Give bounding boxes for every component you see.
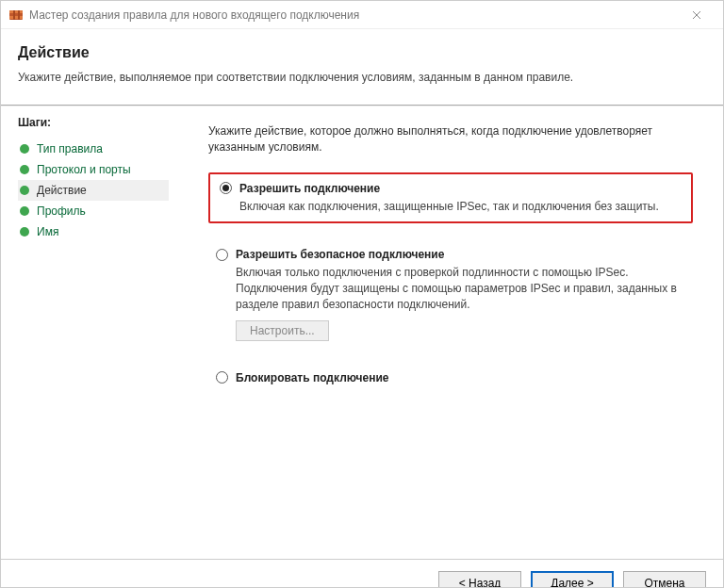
steps-sidebar: Шаги: Тип правила Протокол и порты Дейст… [1,106,182,559]
step-label: Профиль [37,204,86,218]
svg-rect-3 [13,10,15,20]
step-rule-type[interactable]: Тип правила [18,139,169,159]
back-button[interactable]: < Назад [438,571,521,588]
option-desc: Включая только подключения с проверкой п… [236,265,685,312]
option-allow-secure[interactable]: Разрешить безопасное подключение Включая… [208,242,693,346]
window-title: Мастер создания правила для нового входя… [29,8,678,22]
step-bullet-icon [20,227,29,237]
option-title: Блокировать подключение [236,371,389,384]
close-button[interactable] [678,2,716,28]
step-bullet-icon [20,144,29,154]
firewall-icon [8,8,24,23]
step-bullet-icon [20,206,29,216]
intro-text: Укажите действие, которое должно выполня… [208,123,693,155]
footer-buttons: < Назад Далее > Отмена [1,559,723,588]
option-title: Разрешить безопасное подключение [236,248,444,261]
step-bullet-icon [20,165,29,174]
option-title: Разрешить подключение [239,182,380,195]
content-area: Шаги: Тип правила Протокол и порты Дейст… [1,106,723,559]
step-action[interactable]: Действие [18,180,169,201]
svg-rect-2 [9,16,23,19]
next-button[interactable]: Далее > [531,571,614,588]
configure-button: Настроить... [236,320,329,341]
radio-block[interactable] [216,371,228,384]
page-title: Действие [18,44,706,61]
option-allow-connection[interactable]: Разрешить подключение Включая как подклю… [208,172,693,224]
titlebar: Мастер создания правила для нового входя… [1,1,723,29]
main-panel: Укажите действие, которое должно выполня… [182,106,723,559]
option-block[interactable]: Блокировать подключение [208,366,693,390]
step-label: Действие [37,184,87,197]
step-label: Протокол и порты [37,163,131,176]
radio-allow-secure[interactable] [216,249,228,261]
option-desc: Включая как подключения, защищенные IPSe… [239,199,682,215]
svg-rect-1 [9,10,23,13]
page-subtitle: Укажите действие, выполняемое при соотве… [18,71,706,84]
page-header: Действие Укажите действие, выполняемое п… [1,29,723,95]
sidebar-title: Шаги: [18,116,169,129]
step-label: Имя [37,225,58,238]
step-bullet-icon [20,186,29,195]
step-profile[interactable]: Профиль [18,201,169,221]
cancel-button[interactable]: Отмена [623,571,706,588]
step-name[interactable]: Имя [18,221,169,242]
radio-allow[interactable] [220,182,232,194]
step-protocol-ports[interactable]: Протокол и порты [18,159,169,180]
svg-rect-4 [18,10,20,20]
step-label: Тип правила [37,142,103,155]
